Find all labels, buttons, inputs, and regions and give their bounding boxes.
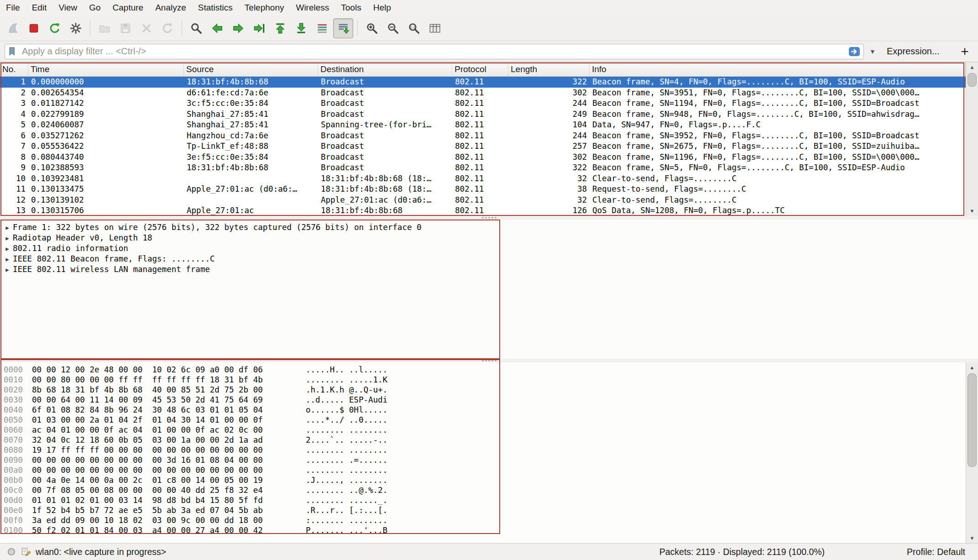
zoom-original-button[interactable]: 1:1: [404, 18, 424, 38]
hex-ascii[interactable]: .J....., ........: [306, 475, 387, 485]
hex-line[interactable]: 001000 00 80 00 00 00 ff ff ff ff ff ff …: [0, 375, 966, 385]
close-capture-button[interactable]: [136, 18, 157, 38]
column-header-protocol[interactable]: Protocol: [452, 63, 508, 76]
pane-splitter-top[interactable]: [0, 216, 978, 220]
go-back-button[interactable]: [207, 18, 227, 38]
hex-ascii[interactable]: ........ ........: [306, 465, 387, 475]
hex-ascii[interactable]: ........ ......_.: [306, 495, 387, 505]
profile-label[interactable]: Profile: Default: [907, 547, 965, 557]
hex-line[interactable]: 005001 03 00 00 2a 01 04 2f 01 04 30 14 …: [0, 415, 966, 425]
colorize-list-button[interactable]: [312, 18, 332, 38]
menu-item-analyze[interactable]: Analyze: [149, 0, 192, 16]
menu-item-statistics[interactable]: Statistics: [192, 0, 239, 16]
column-header-length[interactable]: Length: [508, 63, 590, 76]
start-capture-button[interactable]: [3, 18, 23, 38]
bytes-scrollbar[interactable]: ▲ ▼: [966, 362, 978, 543]
expander-icon[interactable]: ▸: [2, 254, 13, 265]
expander-icon[interactable]: ▸: [2, 223, 13, 233]
hex-line[interactable]: 000000 00 12 00 2e 48 00 00 10 02 6c 09 …: [0, 365, 966, 375]
hex-bytes[interactable]: 00 00 00 00 00 00 00 00 00 00 00 00 00 0…: [32, 465, 306, 475]
hex-line[interactable]: 009000 00 00 00 00 00 00 00 00 3d 16 01 …: [0, 455, 966, 465]
auto-scroll-button[interactable]: [333, 18, 353, 38]
go-forward-button[interactable]: [228, 18, 248, 38]
hex-bytes[interactable]: 01 01 01 02 01 00 03 14 98 d8 bd b4 15 8…: [32, 495, 306, 505]
packet-row-2[interactable]: 20.002654354d6:61:fe:cd:7a:6eBroadcast80…: [0, 88, 966, 99]
menu-item-file[interactable]: File: [0, 0, 26, 16]
capture-comment-icon[interactable]: [21, 547, 31, 557]
hex-bytes[interactable]: 6f 01 08 82 84 8b 96 24 30 48 6c 03 01 0…: [32, 405, 306, 415]
packet-row-9[interactable]: 90.10238859318:31:bf:4b:8b:68Broadcast80…: [0, 162, 966, 173]
hex-bytes[interactable]: 50 f2 02 01 01 84 00 03 a4 00 00 27 a4 0…: [32, 525, 306, 535]
packet-row-1[interactable]: 10.00000000018:31:bf:4b:8b:68Broadcast80…: [0, 77, 966, 88]
hex-ascii[interactable]: .R...r.. [.:...[.: [306, 505, 387, 515]
packet-row-4[interactable]: 40.022799189Shanghai_27:85:41Broadcast80…: [0, 109, 966, 120]
hex-line[interactable]: 003000 00 64 00 11 14 00 09 45 53 50 2d …: [0, 395, 966, 405]
expert-info-icon[interactable]: [6, 547, 16, 557]
hex-ascii[interactable]: o......$ 0Hl.....: [306, 405, 387, 415]
hex-line[interactable]: 00a000 00 00 00 00 00 00 00 00 00 00 00 …: [0, 465, 966, 475]
hex-line[interactable]: 00d001 01 01 02 01 00 03 14 98 d8 bd b4 …: [0, 495, 966, 505]
detail-line[interactable]: ▸Frame 1: 322 bytes on wire (2576 bits),…: [2, 222, 978, 233]
hex-bytes[interactable]: 00 00 00 00 00 00 00 00 00 3d 16 01 08 0…: [32, 455, 306, 465]
zoom-out-button[interactable]: [383, 18, 403, 38]
scroll-down-icon[interactable]: ▼: [966, 206, 978, 216]
scroll-up-icon[interactable]: ▲: [966, 362, 978, 372]
expression-button[interactable]: Expression...: [887, 46, 940, 57]
hex-line[interactable]: 008019 17 ff ff ff 00 00 00 00 00 00 00 …: [0, 445, 966, 455]
packet-row-8[interactable]: 80.0804437403e:f5:cc:0e:35:84Broadcast80…: [0, 152, 966, 163]
hex-line[interactable]: 00c000 7f 08 05 00 08 00 00 00 00 40 dd …: [0, 485, 966, 495]
hex-ascii[interactable]: .h.1.K.h @..Q-u+.: [306, 385, 387, 395]
menu-item-help[interactable]: Help: [367, 0, 397, 16]
hex-bytes[interactable]: ac 04 01 00 00 0f ac 04 01 00 00 0f ac 0…: [32, 425, 306, 435]
packet-row-3[interactable]: 30.0118271423c:f5:cc:0e:35:84Broadcast80…: [0, 98, 966, 109]
packet-row-10[interactable]: 100.10392348118:31:bf:4b:8b:68 (18:…802.…: [0, 173, 966, 184]
hex-line[interactable]: 00406f 01 08 82 84 8b 96 24 30 48 6c 03 …: [0, 405, 966, 415]
packet-row-12[interactable]: 120.130139102Apple_27:01:ac (d0:a6:…802.…: [0, 195, 966, 206]
hex-ascii[interactable]: ..d..... ESP-Audi: [306, 395, 387, 405]
capture-options-button[interactable]: [66, 18, 86, 38]
go-last-packet-button[interactable]: [291, 18, 311, 38]
open-capture-button[interactable]: [94, 18, 115, 38]
scroll-up-icon[interactable]: ▲: [966, 62, 978, 72]
detail-line[interactable]: ▸IEEE 802.11 Beacon frame, Flags: ......…: [2, 254, 978, 264]
packet-list-scrollbar[interactable]: ▲ ▼: [966, 62, 978, 216]
resize-columns-button[interactable]: [425, 18, 445, 38]
reload-capture-button[interactable]: [157, 18, 178, 38]
hex-ascii[interactable]: ........ ..@.%.2.: [306, 485, 387, 495]
hex-ascii[interactable]: :....... ........: [306, 515, 387, 525]
expander-icon[interactable]: ▸: [2, 265, 13, 275]
pane-splitter-bottom[interactable]: [0, 359, 978, 362]
menu-item-go[interactable]: Go: [83, 0, 106, 16]
column-header-no[interactable]: No.: [0, 63, 28, 76]
hex-bytes[interactable]: 00 00 80 00 00 00 ff ff ff ff ff ff 18 3…: [32, 375, 306, 385]
hex-line[interactable]: 00f03a ed dd 09 00 10 18 02 03 00 9c 00 …: [0, 515, 966, 525]
menu-item-wireless[interactable]: Wireless: [290, 0, 335, 16]
hex-bytes[interactable]: 3a ed dd 09 00 10 18 02 03 00 9c 00 00 d…: [32, 515, 306, 525]
hex-ascii[interactable]: .....H.. ..l.....: [306, 365, 387, 375]
column-header-time[interactable]: Time: [28, 63, 184, 76]
bytes-scrollbar-thumb[interactable]: [968, 373, 977, 467]
packet-row-11[interactable]: 110.130133475Apple_27:01:ac (d0:a6:…18:3…: [0, 184, 966, 195]
filter-bookmark-icon[interactable]: [7, 46, 18, 57]
scroll-down-icon[interactable]: ▼: [966, 533, 978, 543]
hex-ascii[interactable]: ........ .....1.K: [306, 375, 387, 385]
hex-bytes[interactable]: 8b 68 18 31 bf 4b 8b 68 40 00 85 51 2d 7…: [32, 385, 306, 395]
detail-line[interactable]: ▸802.11 radio information: [2, 243, 978, 254]
filter-dropdown-chevron-icon[interactable]: ▼: [868, 48, 878, 55]
menu-item-tools[interactable]: Tools: [335, 0, 367, 16]
hex-line[interactable]: 0060ac 04 01 00 00 0f ac 04 01 00 00 0f …: [0, 425, 966, 435]
filter-apply-icon[interactable]: [847, 46, 861, 58]
hex-line[interactable]: 007032 04 0c 12 18 60 0b 05 03 00 1a 00 …: [0, 435, 966, 445]
hex-bytes[interactable]: 00 00 64 00 11 14 00 09 45 53 50 2d 41 7…: [32, 395, 306, 405]
menu-item-telephony[interactable]: Telephony: [239, 0, 290, 16]
hex-ascii[interactable]: ........ ........: [306, 445, 387, 455]
menu-item-capture[interactable]: Capture: [107, 0, 150, 16]
hex-bytes[interactable]: 19 17 ff ff ff 00 00 00 00 00 00 00 00 0…: [32, 445, 306, 455]
expander-icon[interactable]: ▸: [2, 233, 13, 244]
restart-capture-button[interactable]: [45, 18, 65, 38]
zoom-in-button[interactable]: [362, 18, 382, 38]
expander-icon[interactable]: ▸: [2, 244, 13, 254]
hex-bytes[interactable]: 01 03 00 00 2a 01 04 2f 01 04 30 14 01 0…: [32, 415, 306, 425]
packet-row-5[interactable]: 50.024060087Shanghai_27:85:41Spanning-tr…: [0, 120, 966, 131]
menu-item-view[interactable]: View: [52, 0, 83, 16]
